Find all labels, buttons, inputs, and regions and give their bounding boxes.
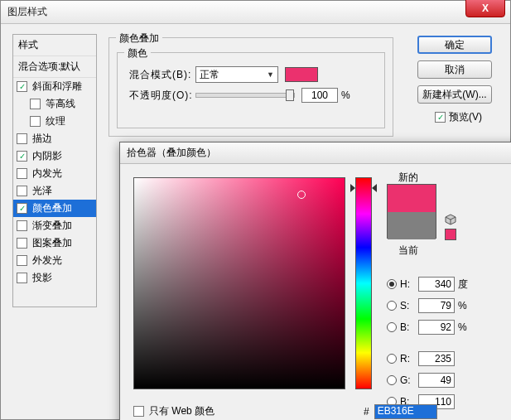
style-item-label: 描边	[32, 132, 52, 146]
slider-thumb[interactable]	[286, 89, 294, 101]
radio-H[interactable]	[387, 279, 397, 289]
preview-checkbox[interactable]: ✓ 预览(V)	[435, 110, 482, 124]
style-item-6[interactable]: 光泽	[13, 182, 96, 200]
hue-pointer-right	[372, 184, 377, 192]
input-S[interactable]	[418, 298, 455, 313]
websafe-swatch[interactable]	[445, 229, 456, 240]
checkbox-icon[interactable]: ✓	[17, 151, 27, 162]
overlay-color-swatch[interactable]	[285, 67, 318, 82]
style-item-label: 渐变叠加	[32, 219, 72, 233]
opacity-slider[interactable]	[195, 93, 295, 98]
hue-slider[interactable]	[355, 177, 372, 389]
styles-panel: 样式 混合选项:默认 ✓斜面和浮雕等高线纹理描边✓内阴影内发光光泽✓颜色叠加渐变…	[12, 34, 97, 307]
style-item-label: 光泽	[32, 184, 52, 198]
hex-row: # EB316E	[364, 404, 437, 419]
chevron-down-icon: ▼	[267, 70, 274, 79]
style-item-label: 内阴影	[32, 149, 62, 163]
unit-H: 度	[458, 278, 473, 292]
checkbox-icon[interactable]	[17, 186, 27, 196]
label-S: S:	[400, 300, 415, 311]
radio-G[interactable]	[387, 375, 397, 385]
close-icon: X	[482, 2, 489, 14]
current-color-swatch[interactable]	[388, 212, 436, 239]
checkbox-icon[interactable]	[17, 168, 27, 179]
hsb-B-row: B:%	[387, 320, 473, 335]
sv-cursor[interactable]	[297, 191, 306, 199]
titlebar[interactable]: 图层样式 X	[1, 1, 510, 24]
style-item-7[interactable]: ✓颜色叠加	[13, 200, 96, 217]
saturation-value-field[interactable]	[133, 177, 345, 389]
style-item-10[interactable]: 外发光	[13, 252, 96, 269]
input-R[interactable]	[418, 351, 455, 366]
web-only-checkbox[interactable]: 只有 Web 颜色	[133, 404, 215, 418]
style-item-label: 等高线	[46, 97, 75, 111]
hue-pointer-left	[350, 184, 355, 192]
checkbox-icon[interactable]	[17, 133, 27, 144]
picker-title: 拾色器（叠加颜色）	[127, 146, 216, 160]
rgb-R-row: R:	[387, 351, 458, 366]
opacity-input[interactable]	[301, 88, 338, 103]
hsb-H-row: H:度	[387, 277, 473, 292]
unit-B: %	[458, 321, 473, 333]
style-item-0[interactable]: ✓斜面和浮雕	[13, 78, 96, 95]
style-item-9[interactable]: 图案叠加	[13, 234, 96, 252]
style-item-label: 斜面和浮雕	[32, 80, 82, 94]
unit-S: %	[458, 300, 473, 311]
gamut-warning-icon[interactable]	[445, 214, 456, 225]
hsb-S-row: S:%	[387, 298, 473, 313]
checkbox-icon[interactable]: ✓	[17, 203, 27, 214]
checkbox-icon[interactable]: ✓	[17, 81, 27, 92]
new-current-swatch	[387, 184, 436, 239]
label-B: B:	[400, 321, 415, 333]
color-legend: 颜色	[124, 46, 151, 60]
hash-label: #	[364, 406, 369, 418]
style-item-8[interactable]: 渐变叠加	[13, 217, 96, 234]
preview-label: 预览(V)	[449, 110, 482, 124]
input-H[interactable]	[418, 277, 455, 292]
rgb-G-row: G:	[387, 373, 458, 388]
radio-S[interactable]	[387, 301, 397, 311]
input-B[interactable]	[418, 320, 455, 335]
style-item-2[interactable]: 纹理	[13, 113, 96, 130]
color-picker-window: 拾色器（叠加颜色） 新的 当前	[119, 142, 511, 420]
blend-mode-select[interactable]: 正常 ▼	[195, 66, 278, 83]
blending-options-row[interactable]: 混合选项:默认	[13, 56, 96, 78]
window-title: 图层样式	[7, 5, 47, 19]
label-R: R:	[400, 353, 415, 364]
label-G: G:	[400, 374, 415, 386]
picker-titlebar[interactable]: 拾色器（叠加颜色）	[120, 142, 511, 164]
radio-B[interactable]	[387, 322, 397, 332]
ok-button[interactable]: 确定	[417, 36, 492, 54]
checkbox-icon[interactable]	[17, 273, 27, 283]
blend-mode-label: 混合模式(B):	[129, 68, 195, 82]
new-color-swatch[interactable]	[388, 185, 436, 212]
new-style-button[interactable]: 新建样式(W)...	[417, 85, 492, 104]
checkbox-icon[interactable]	[17, 255, 27, 266]
layer-style-window: 图层样式 X 样式 混合选项:默认 ✓斜面和浮雕等高线纹理描边✓内阴影内发光光泽…	[0, 0, 511, 420]
hex-input[interactable]: EB316E	[374, 404, 437, 419]
opacity-unit: %	[341, 89, 350, 101]
web-only-label: 只有 Web 颜色	[149, 404, 215, 418]
checkbox-icon[interactable]	[17, 220, 27, 231]
input-G[interactable]	[418, 373, 455, 388]
checkbox-icon	[133, 406, 144, 417]
style-item-5[interactable]: 内发光	[13, 165, 96, 182]
style-item-label: 内发光	[32, 167, 62, 181]
cancel-button[interactable]: 取消	[417, 60, 492, 79]
style-item-1[interactable]: 等高线	[13, 95, 96, 113]
style-item-label: 纹理	[46, 114, 65, 128]
checkbox-icon[interactable]	[30, 116, 41, 127]
current-color-label: 当前	[398, 244, 418, 258]
checkbox-icon[interactable]	[30, 99, 41, 109]
style-item-4[interactable]: ✓内阴影	[13, 147, 96, 165]
close-button[interactable]: X	[465, 0, 505, 17]
style-item-3[interactable]: 描边	[13, 130, 96, 147]
opacity-label: 不透明度(O):	[129, 89, 195, 103]
style-item-label: 投影	[32, 271, 52, 285]
style-item-11[interactable]: 投影	[13, 269, 96, 287]
radio-R[interactable]	[387, 354, 397, 364]
style-item-label: 外发光	[32, 253, 62, 268]
styles-header[interactable]: 样式	[13, 35, 96, 56]
dialog-body: 样式 混合选项:默认 ✓斜面和浮雕等高线纹理描边✓内阴影内发光光泽✓颜色叠加渐变…	[1, 24, 510, 420]
checkbox-icon[interactable]	[17, 238, 27, 249]
